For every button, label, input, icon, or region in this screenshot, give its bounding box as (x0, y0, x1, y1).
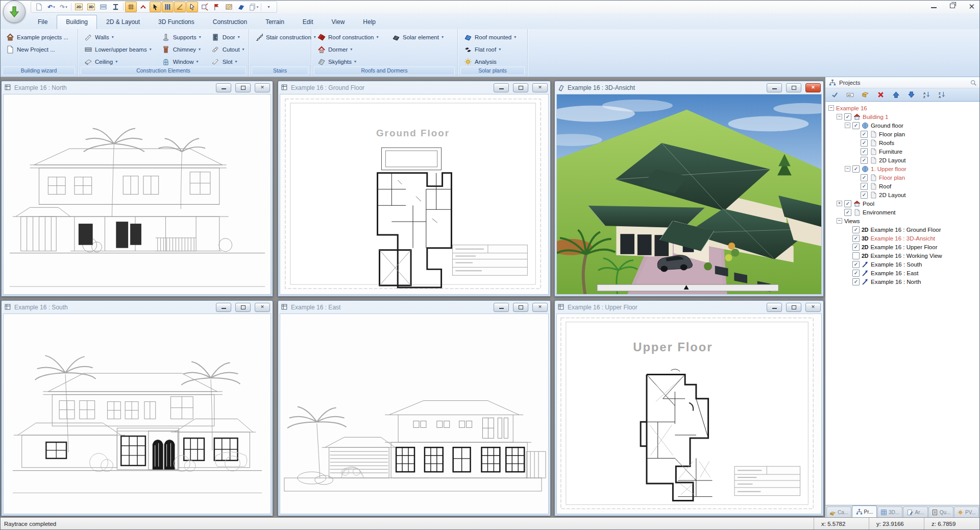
close-button[interactable]: ✕ (968, 3, 975, 10)
window-button[interactable]: Window▾ (161, 57, 202, 66)
tree-item-floor-plan[interactable]: Floor plan (827, 130, 979, 138)
tree-item-example-16-3d-ansicht[interactable]: 3DExample 16 : 3D-Ansicht (827, 234, 979, 243)
qat-section-view-button[interactable] (97, 2, 109, 12)
supports-button[interactable]: Supports▾ (161, 32, 202, 42)
qat-new-document-button[interactable] (33, 2, 45, 12)
tree-item-2d-layout[interactable]: 2D Layout (827, 156, 979, 164)
visibility-checkbox[interactable] (852, 252, 860, 259)
projects-toolbar-sort-az-button[interactable]: AZ (919, 89, 934, 100)
close-button[interactable]: ✕ (532, 303, 548, 312)
flat-roof-button[interactable]: Flat roof▾ (462, 44, 517, 54)
visibility-checkbox[interactable] (861, 191, 868, 199)
panel-tab-qu[interactable]: Qu... (928, 507, 953, 517)
collapse-icon[interactable]: − (837, 218, 842, 224)
close-button[interactable]: ✕ (532, 83, 548, 92)
drawing-area-east-elevation[interactable] (280, 314, 549, 514)
close-button[interactable]: ✕ (805, 83, 821, 92)
restore-button[interactable] (513, 83, 528, 92)
projects-toolbar-rename-button[interactable]: abl (843, 89, 857, 100)
tree-item-views[interactable]: −Views (827, 216, 979, 225)
visibility-checkbox[interactable] (861, 157, 868, 164)
qat-wall-layers-button[interactable] (162, 2, 174, 12)
tree-item-example-16[interactable]: −Example 16 (827, 104, 979, 112)
panel-search-icon[interactable] (969, 78, 977, 87)
qat-transform-button[interactable] (199, 2, 210, 12)
skylights-button[interactable]: Skylights▾ (316, 57, 382, 66)
projects-toolbar-edit-properties-button[interactable] (858, 89, 872, 100)
tab-building[interactable]: Building (57, 15, 97, 30)
window-titlebar[interactable]: Example 16 : Ground Floor ✕ (278, 81, 550, 94)
example-projects-button[interactable]: Example projects ... (5, 32, 69, 42)
qat-column-view-button[interactable] (110, 2, 121, 12)
window-titlebar[interactable]: Example 16 : South ✕ (2, 301, 273, 314)
tree-item-environment[interactable]: Environment (827, 208, 979, 216)
tab-file[interactable]: File (29, 15, 57, 29)
tree-item-building-1[interactable]: −Building 1 (827, 112, 979, 121)
tree-item-roof[interactable]: Roof (827, 182, 979, 190)
qat-roof-tool-button[interactable] (137, 2, 149, 12)
chimney-button[interactable]: Chimney▾ (161, 44, 202, 54)
minimize-button[interactable] (931, 3, 937, 9)
visibility-checkbox[interactable] (852, 244, 860, 251)
restore-button[interactable] (235, 303, 251, 312)
qat-roof-blue-button[interactable] (235, 2, 247, 12)
visibility-checkbox[interactable] (844, 209, 851, 216)
qat-undo-button[interactable]: ↶▾ (45, 2, 57, 12)
qat-measure-button[interactable] (174, 2, 186, 12)
stair-construction-button[interactable]: Stair construction▾ (254, 32, 317, 42)
panel-tab-pv[interactable]: PV... (954, 507, 979, 517)
tree-item-example-16-upper-floor[interactable]: 2DExample 16 : Upper Floor (827, 243, 979, 251)
tab-edit[interactable]: Edit (293, 15, 323, 29)
drawing-area-north-elevation[interactable] (3, 94, 271, 295)
visibility-checkbox[interactable] (844, 200, 851, 207)
tree-item-2d-layout[interactable]: 2D Layout (827, 190, 979, 199)
minimize-button[interactable] (494, 303, 509, 312)
application-menu-button[interactable] (3, 1, 26, 23)
qat-view-2d-button[interactable]: 2D (73, 2, 85, 12)
qat-redo-button[interactable]: ↷▾ (58, 2, 69, 12)
close-button[interactable]: ✕ (255, 303, 270, 312)
close-button[interactable]: ✕ (805, 303, 821, 312)
visibility-checkbox[interactable] (861, 139, 868, 147)
tree-item-example-16-ground-floor[interactable]: 2DExample 16 : Ground Floor (827, 225, 979, 234)
projects-toolbar-move-up-button[interactable] (889, 89, 903, 100)
window-titlebar[interactable]: Example 16 : East ✕ (278, 301, 550, 314)
tree-item-roofs[interactable]: Roofs (827, 138, 979, 147)
lower-upper-beams-button[interactable]: Lower/upper beams▾ (83, 44, 153, 54)
visibility-checkbox[interactable] (852, 122, 860, 129)
dormer-button[interactable]: Dormer▾ (316, 44, 382, 54)
ceiling-button[interactable]: Ceiling▾ (83, 57, 153, 66)
analysis-button[interactable]: Analysis (462, 57, 517, 66)
tab-help[interactable]: Help (354, 15, 385, 29)
expand-icon[interactable]: + (837, 201, 842, 206)
roof-mounted-button[interactable]: Roof mounted▾ (462, 32, 517, 42)
drawing-area-upper-floor-plan[interactable]: Upper Floor (556, 314, 822, 514)
visibility-checkbox[interactable] (844, 113, 851, 121)
tree-item-furniture[interactable]: Furniture (827, 147, 979, 156)
tree-item-example-16-working-view[interactable]: 2DExample 16 : Working View (827, 251, 979, 260)
tab-construction[interactable]: Construction (204, 15, 256, 29)
visibility-checkbox[interactable] (852, 165, 860, 173)
tab-3d-functions[interactable]: 3D Functions (149, 15, 204, 29)
visibility-checkbox[interactable] (852, 226, 860, 233)
minimize-button[interactable] (216, 83, 231, 92)
visibility-checkbox[interactable] (861, 148, 868, 155)
minimize-button[interactable] (767, 83, 782, 92)
restore-button[interactable] (786, 303, 801, 312)
qat-grid-button[interactable] (125, 2, 137, 12)
door-button[interactable]: Door▾ (210, 32, 246, 42)
tree-item-pool[interactable]: +Pool (827, 199, 979, 208)
new-project-button[interactable]: New Project ... (5, 44, 69, 54)
qat-pointer-button[interactable] (186, 2, 198, 12)
visibility-checkbox[interactable] (852, 278, 860, 285)
window-titlebar[interactable]: Example 16 : North ✕ (2, 81, 273, 94)
window-titlebar[interactable]: Example 16 : Upper Floor ✕ (555, 301, 823, 314)
visibility-checkbox[interactable] (861, 174, 868, 181)
solar-element-button[interactable]: Solar element▾ (390, 32, 445, 42)
qat-hatch-button[interactable] (223, 2, 235, 12)
panel-tab-ca[interactable]: Ca... (826, 507, 851, 517)
panel-tab-pr[interactable]: Pr... (852, 505, 877, 517)
minimize-button[interactable] (767, 303, 782, 312)
cutout-button[interactable]: Cutout▾ (210, 44, 246, 54)
drawing-area-south-elevation[interactable] (3, 314, 271, 514)
